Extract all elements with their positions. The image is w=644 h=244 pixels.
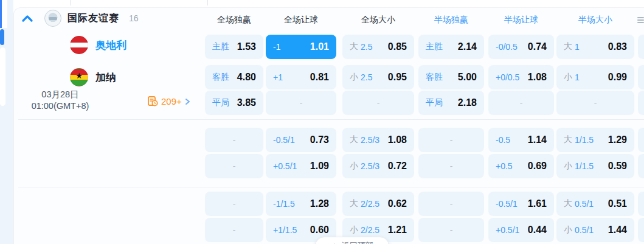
next-column-cell-partial xyxy=(638,218,644,242)
divider-tick xyxy=(207,0,208,5)
ht-under3-cell[interactable]: 小0.5/11.44 xyxy=(556,218,634,242)
markets-list-icon xyxy=(148,96,158,106)
empty-odds-cell: - xyxy=(418,192,484,216)
ou-line: 2.5/3 xyxy=(361,161,379,171)
ht-handicap3-home-cell[interactable]: -0.5/11.61 xyxy=(488,192,554,216)
handicap-line: -0.5 xyxy=(496,135,510,145)
ft-1x2-home-cell[interactable]: 主胜1.53 xyxy=(205,35,263,59)
odds-value: 5.00 xyxy=(458,72,477,83)
back-to-top-label: 返回顶部 xyxy=(342,240,373,244)
odds-value: 0.62 xyxy=(388,198,407,209)
ou-line: 2/2.5 xyxy=(361,225,379,235)
under-label: 小 xyxy=(350,161,358,172)
selection-label: 平局 xyxy=(212,97,229,108)
match-datetime: 03月28日 01:00(GMT+8) xyxy=(15,89,106,112)
austria-flag-icon xyxy=(70,36,88,54)
empty-odds-cell: - xyxy=(418,154,484,178)
odds-value: 0.74 xyxy=(528,41,547,52)
handicap-line: +0.5/1 xyxy=(273,161,297,171)
ft-handicap-home-cell-selected[interactable]: -11.01 xyxy=(266,35,336,59)
empty-odds-cell: - xyxy=(205,154,263,178)
ht-over-cell[interactable]: 大10.83 xyxy=(556,35,634,59)
empty-odds-cell: - xyxy=(205,218,263,242)
column-header-ft-overunder: 全场大小 xyxy=(342,15,414,26)
under-label: 小 xyxy=(564,72,572,83)
ht-1x2-home-cell[interactable]: 主胜2.14 xyxy=(418,35,484,59)
ft-handicap2-away-cell[interactable]: +0.5/11.09 xyxy=(266,154,336,178)
left-gutter xyxy=(0,0,13,244)
odds-value: 1.01 xyxy=(310,41,329,52)
handicap-line: -0.5/1 xyxy=(496,199,518,209)
odds-value: 3.85 xyxy=(237,97,256,108)
odds-value: 1.28 xyxy=(310,198,329,209)
selection-label: 主胜 xyxy=(212,41,229,52)
empty-odds-cell: - xyxy=(205,192,263,216)
ft-1x2-away-cell[interactable]: 客胜4.80 xyxy=(205,65,263,89)
odds-value: 0.44 xyxy=(528,225,547,235)
back-to-top-button[interactable]: 返回顶部 xyxy=(315,237,389,244)
league-match-count: 16 xyxy=(129,13,139,23)
ht-handicap-home-cell[interactable]: -0/0.50.74 xyxy=(488,35,554,59)
handicap-line: -1/1.5 xyxy=(273,199,295,209)
ht-handicap2-away-cell[interactable]: +0.50.69 xyxy=(488,154,554,178)
odds-value: 0.95 xyxy=(388,72,407,83)
odds-value: 2.18 xyxy=(458,97,477,108)
ft-under2-cell[interactable]: 小2.5/30.72 xyxy=(342,154,414,178)
over-label: 大 xyxy=(350,198,358,209)
ft-over3-cell[interactable]: 大2/2.50.62 xyxy=(342,192,414,216)
row-divider xyxy=(18,187,644,187)
league-title: 国际友谊赛 xyxy=(68,12,119,25)
betting-odds-page: 国际友谊赛 16 全场独赢 全场让球 全场大小 半场独赢 半场让球 半场大小 奥… xyxy=(0,0,644,244)
odds-value: 0.69 xyxy=(528,161,547,172)
over-label: 大 xyxy=(564,134,572,145)
ft-over2-cell[interactable]: 大2.5/31.08 xyxy=(342,128,414,152)
ft-over-cell[interactable]: 大2.50.85 xyxy=(342,35,414,59)
ft-under-cell[interactable]: 小2.50.95 xyxy=(342,65,414,89)
left-accent-bar xyxy=(0,0,2,28)
divider-tick xyxy=(70,0,71,5)
odds-value: 4.80 xyxy=(237,72,256,83)
over-label: 大 xyxy=(350,41,358,52)
ft-handicap-away-cell[interactable]: +10.81 xyxy=(266,65,336,89)
more-markets-link[interactable]: 209+ xyxy=(148,96,190,106)
odds-value: 1.08 xyxy=(528,72,547,83)
ft-1x2-draw-cell[interactable]: 平局3.85 xyxy=(205,91,263,115)
next-column-cell-partial xyxy=(638,91,644,115)
next-column-cell-partial xyxy=(638,35,644,59)
handicap-line: +0.5 xyxy=(496,161,513,171)
ht-under2-cell[interactable]: 小1/1.50.59 xyxy=(556,154,634,178)
empty-odds-cell: - xyxy=(418,218,484,242)
ou-line: 1/1.5 xyxy=(575,135,594,145)
empty-odds-cell: - xyxy=(556,91,634,115)
ht-handicap3-away-cell[interactable]: +0.5/10.44 xyxy=(488,218,554,242)
ft-handicap2-home-cell[interactable]: -0.5/10.73 xyxy=(266,128,336,152)
odds-value: 2.14 xyxy=(458,41,477,52)
empty-odds-cell: - xyxy=(488,91,554,115)
column-header-ht-overunder: 半场大小 xyxy=(556,15,634,26)
ht-1x2-draw-cell[interactable]: 平局2.18 xyxy=(418,91,484,115)
empty-odds-cell: - xyxy=(418,128,484,152)
odds-value: 0.59 xyxy=(608,161,627,172)
home-team-name[interactable]: 奥地利 xyxy=(95,38,126,52)
league-logo-icon xyxy=(44,10,61,27)
empty-odds-cell: - xyxy=(342,91,414,115)
column-header-ft-handicap: 全场让球 xyxy=(266,15,336,26)
ou-line: 1 xyxy=(575,72,580,82)
handicap-line: -0.5/1 xyxy=(273,135,295,145)
more-columns-icon-partial[interactable] xyxy=(637,16,644,24)
under-label: 小 xyxy=(350,72,358,83)
ht-under-cell[interactable]: 小10.99 xyxy=(556,65,634,89)
ou-line: 2.5/3 xyxy=(361,135,379,145)
ht-1x2-away-cell[interactable]: 客胜5.00 xyxy=(418,65,484,89)
ht-handicap2-home-cell[interactable]: -0.51.14 xyxy=(488,128,554,152)
scrollbar-thumb[interactable] xyxy=(0,29,4,45)
away-team-name[interactable]: 加纳 xyxy=(95,71,116,85)
match-time-zone: 01:00(GMT+8) xyxy=(15,100,106,112)
ft-handicap3-home-cell[interactable]: -1/1.51.28 xyxy=(266,192,336,216)
ht-handicap-away-cell[interactable]: +0/0.51.08 xyxy=(488,65,554,89)
scrollbar-track-segment[interactable] xyxy=(0,47,5,106)
ht-over2-cell[interactable]: 大1/1.51.29 xyxy=(556,128,634,152)
ht-over3-cell[interactable]: 大0.5/10.51 xyxy=(556,192,634,216)
next-column-cell-partial xyxy=(638,192,644,216)
collapse-chevron-up-icon[interactable] xyxy=(21,13,34,24)
